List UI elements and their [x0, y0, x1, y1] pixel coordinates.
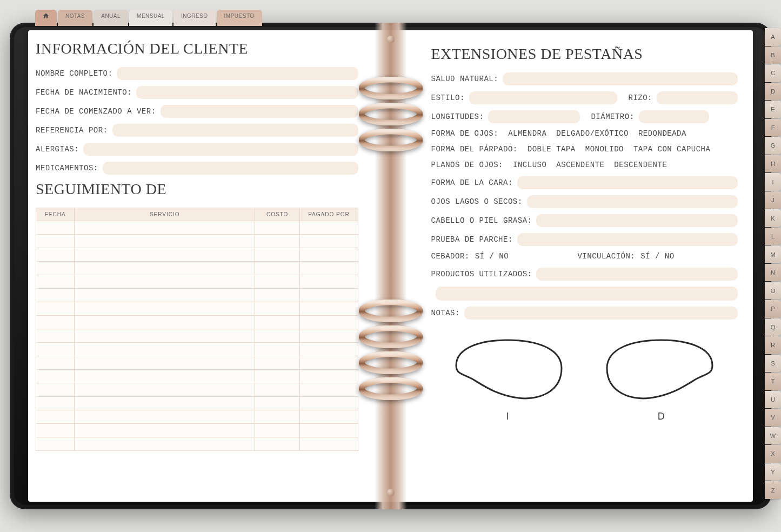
field-referencia[interactable] [112, 124, 358, 137]
table-row[interactable] [36, 316, 358, 329]
side-tab-o[interactable]: O [765, 282, 781, 300]
tab-notas[interactable]: NOTAS [58, 10, 92, 26]
side-tab-d[interactable]: D [765, 83, 781, 101]
opt-redondeada[interactable]: REDONDEADA [638, 129, 686, 138]
side-tab-w[interactable]: W [765, 427, 781, 445]
label-diametro: DIÁMETRO: [591, 112, 634, 121]
table-row[interactable] [36, 302, 358, 316]
field-notas[interactable] [464, 307, 738, 320]
table-row[interactable] [36, 248, 358, 262]
field-medicamentos[interactable] [103, 162, 358, 175]
tab-ingreso[interactable]: INGRESO [173, 10, 216, 26]
side-tab-e[interactable]: E [765, 101, 781, 118]
side-tab-j[interactable]: J [765, 191, 781, 209]
field-rizo[interactable] [657, 91, 738, 104]
field-lagos[interactable] [527, 195, 738, 208]
side-tab-c[interactable]: C [765, 64, 781, 82]
side-tab-q[interactable]: Q [765, 318, 781, 336]
eye-label-right: D [599, 411, 723, 422]
eye-shape-right: D [599, 336, 723, 422]
field-productos-2[interactable] [436, 287, 738, 301]
opt-delgado[interactable]: DELGADO/EXÓTICO [556, 129, 629, 138]
field-longitudes[interactable] [488, 110, 580, 123]
client-info-heading: INFORMACIÓN DEL CLIENTE [36, 40, 358, 57]
table-row[interactable] [36, 370, 358, 383]
opt-ascendente[interactable]: ASCENDENTE [556, 161, 604, 169]
table-row[interactable] [36, 329, 358, 343]
side-tab-p[interactable]: P [765, 300, 781, 318]
side-tab-y[interactable]: Y [765, 463, 781, 481]
side-tab-a[interactable]: A [765, 28, 781, 46]
opt-incluso[interactable]: INCLUSO [513, 161, 546, 169]
tab-home[interactable] [35, 10, 57, 26]
label-vinculacion: VINCULACIÓN: [577, 252, 635, 261]
table-row[interactable] [36, 275, 358, 289]
field-parche[interactable] [517, 233, 738, 246]
table-row[interactable] [36, 221, 358, 235]
spine-dot-bottom [387, 489, 395, 496]
side-tab-b[interactable]: B [765, 46, 781, 64]
side-tab-g[interactable]: G [765, 137, 781, 155]
label-rizo: RIZO: [628, 94, 652, 102]
opt-monolido[interactable]: MONOLIDO [585, 145, 624, 154]
label-longitudes: LONGITUDES: [431, 112, 484, 121]
side-tab-i[interactable]: I [765, 173, 781, 191]
side-tab-r[interactable]: R [765, 336, 781, 354]
label-nombre: NOMBRE COMPLETO: [36, 69, 112, 78]
label-alergias: ALERGIAS: [36, 145, 79, 154]
label-lagos: OJOS LAGOS O SECOS: [431, 197, 523, 206]
side-tab-u[interactable]: U [765, 391, 781, 409]
opt-cebador-sino[interactable]: SÍ / NO [475, 252, 509, 261]
field-salud[interactable] [503, 72, 738, 85]
field-nombre[interactable] [117, 67, 358, 80]
opt-capucha[interactable]: TAPA CON CAPUCHA [633, 145, 710, 154]
th-servicio: SERVICIO [75, 208, 255, 221]
label-forma-parpado: FORMA DEL PÁRPADO: [431, 145, 518, 154]
table-row[interactable] [36, 289, 358, 302]
side-tab-x[interactable]: X [765, 445, 781, 463]
field-comenzado[interactable] [161, 105, 358, 118]
table-row[interactable] [36, 397, 358, 410]
table-row[interactable] [36, 437, 358, 451]
field-nacimiento[interactable] [136, 86, 358, 99]
label-forma-ojos: FORMA DE OJOS: [431, 129, 499, 138]
spine-dot-top [387, 36, 395, 43]
tab-anual[interactable]: ANUAL [94, 10, 128, 26]
opt-descendente[interactable]: DESCENDENTE [614, 161, 667, 169]
opt-almendra[interactable]: ALMENDRA [508, 129, 546, 138]
field-alergias[interactable] [83, 143, 358, 156]
table-row[interactable] [36, 383, 358, 397]
eye-shapes: I D [431, 336, 738, 422]
tab-impuesto[interactable]: IMPUESTO [217, 10, 262, 26]
side-tab-h[interactable]: H [765, 155, 781, 173]
side-tab-l[interactable]: L [765, 228, 781, 245]
table-row[interactable] [36, 424, 358, 437]
field-productos[interactable] [536, 268, 738, 281]
side-tab-v[interactable]: V [765, 409, 781, 427]
side-tab-t[interactable]: T [765, 373, 781, 390]
field-forma-cara[interactable] [517, 176, 738, 189]
opt-vinculacion-sino[interactable]: SÍ / NO [640, 252, 674, 261]
label-notas: NOTAS: [431, 309, 460, 317]
table-row[interactable] [36, 410, 358, 424]
table-row[interactable] [36, 343, 358, 356]
side-tab-n[interactable]: N [765, 264, 781, 282]
eye-shape-left: I [445, 336, 570, 422]
opt-doble-tapa[interactable]: DOBLE TAPA [528, 145, 576, 154]
field-cabello[interactable] [536, 214, 738, 227]
side-tab-m[interactable]: M [765, 245, 781, 263]
tab-mensual[interactable]: MENSUAL [129, 10, 172, 26]
field-diametro[interactable] [639, 110, 709, 123]
extensions-heading: EXTENSIONES DE PESTAÑAS [431, 45, 738, 63]
table-row[interactable] [36, 356, 358, 370]
table-row[interactable] [36, 235, 358, 248]
side-tab-k[interactable]: K [765, 209, 781, 227]
side-tab-z[interactable]: Z [765, 481, 781, 499]
table-row[interactable] [36, 262, 358, 275]
row-forma-parpado: FORMA DEL PÁRPADO: DOBLE TAPA MONOLIDO T… [431, 145, 738, 154]
side-tab-s[interactable]: S [765, 355, 781, 373]
label-forma-cara: FORMA DE LA CARA: [431, 178, 513, 187]
side-tab-f[interactable]: F [765, 119, 781, 137]
field-estilo[interactable] [469, 91, 618, 104]
row-forma-ojos: FORMA DE OJOS: ALMENDRA DELGADO/EXÓTICO … [431, 129, 738, 138]
